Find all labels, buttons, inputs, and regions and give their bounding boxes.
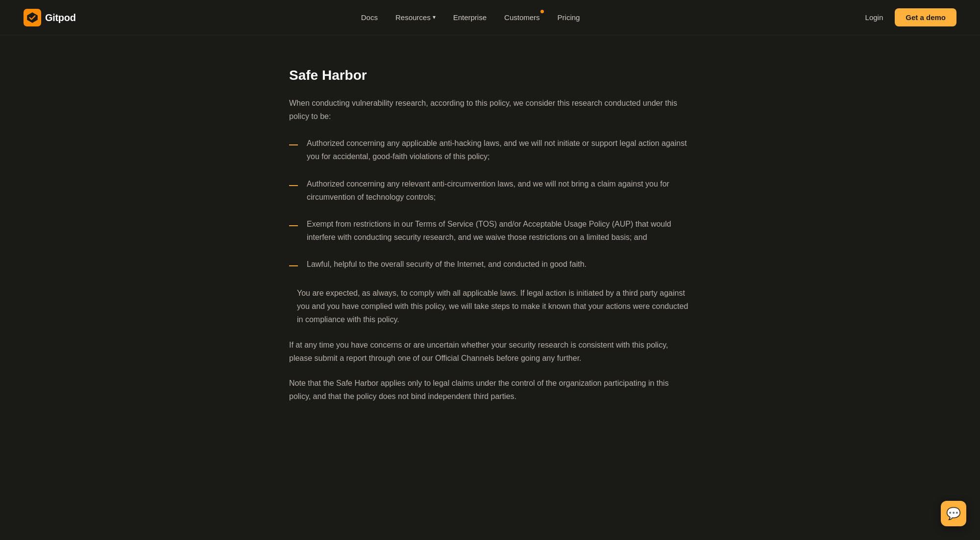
nav-logo-text: Gitpod xyxy=(45,10,76,25)
bullet-dash-1: — xyxy=(289,138,298,152)
nav-links: Docs Resources ▾ Enterprise Customers Pr… xyxy=(361,12,580,23)
bullet-dash-3: — xyxy=(289,218,298,233)
bullet-text-2: Authorized concerning any relevant anti-… xyxy=(307,177,691,204)
nav-notification-dot xyxy=(540,10,544,13)
paragraph-1: You are expected, as always, to comply w… xyxy=(289,286,691,327)
nav-link-docs[interactable]: Docs xyxy=(361,12,378,23)
main-content: Safe Harbor When conducting vulnerabilit… xyxy=(0,35,980,454)
gitpod-logo-icon[interactable] xyxy=(24,9,41,26)
nav-actions: Login Get a demo xyxy=(865,8,956,26)
bullet-text-1: Authorized concerning any applicable ant… xyxy=(307,137,691,163)
nav-link-customers[interactable]: Customers xyxy=(504,12,540,23)
paragraph-2: If at any time you have concerns or are … xyxy=(289,338,691,365)
bullet-item-4: — Lawful, helpful to the overall securit… xyxy=(289,258,691,273)
bullet-list: — Authorized concerning any applicable a… xyxy=(289,137,691,273)
bullet-item-2: — Authorized concerning any relevant ant… xyxy=(289,177,691,204)
nav-link-pricing[interactable]: Pricing xyxy=(558,12,580,23)
nav-logo-group: Gitpod xyxy=(24,9,76,26)
navbar: Gitpod Docs Resources ▾ Enterprise Custo… xyxy=(0,0,980,35)
chat-widget[interactable]: 💬 xyxy=(941,501,966,526)
bullet-dash-2: — xyxy=(289,178,298,192)
bullet-dash-4: — xyxy=(289,258,298,273)
chat-icon: 💬 xyxy=(946,504,961,523)
get-demo-button[interactable]: Get a demo xyxy=(895,8,956,26)
bullet-item-3: — Exempt from restrictions in our Terms … xyxy=(289,217,691,244)
bullet-text-3: Exempt from restrictions in our Terms of… xyxy=(307,217,691,244)
chevron-down-icon: ▾ xyxy=(433,13,436,22)
bullet-text-4: Lawful, helpful to the overall security … xyxy=(307,258,587,271)
section-intro: When conducting vulnerability research, … xyxy=(289,96,691,123)
nav-link-resources[interactable]: Resources ▾ xyxy=(395,12,436,23)
content-wrapper: Safe Harbor When conducting vulnerabilit… xyxy=(270,35,710,454)
section-title: Safe Harbor xyxy=(289,65,691,87)
bullet-item-1: — Authorized concerning any applicable a… xyxy=(289,137,691,163)
nav-link-enterprise[interactable]: Enterprise xyxy=(453,12,487,23)
login-link[interactable]: Login xyxy=(865,12,883,23)
paragraph-3: Note that the Safe Harbor applies only t… xyxy=(289,376,691,403)
